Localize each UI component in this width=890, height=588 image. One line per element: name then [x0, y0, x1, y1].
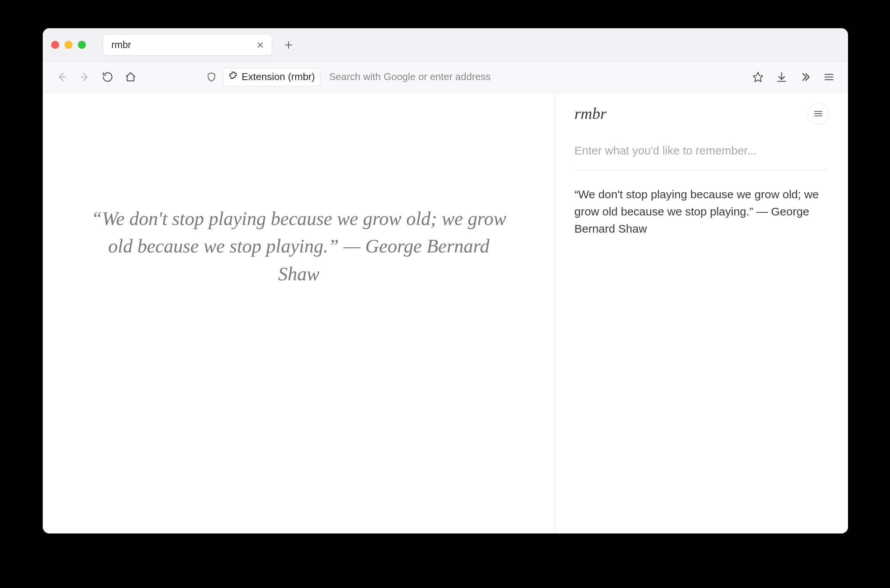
- address-bar-area: Extension (rmbr): [204, 68, 740, 86]
- address-input[interactable]: [324, 68, 740, 86]
- home-button[interactable]: [121, 68, 140, 86]
- extension-label: Extension (rmbr): [242, 71, 315, 83]
- browser-tab[interactable]: rmbr: [103, 34, 272, 56]
- toolbar: Extension (rmbr): [43, 62, 848, 92]
- browser-window: rmbr: [43, 28, 848, 533]
- tab-title: rmbr: [111, 39, 255, 50]
- back-button[interactable]: [53, 68, 71, 86]
- note-item[interactable]: “We don't stop playing because we grow o…: [574, 170, 829, 237]
- overflow-button[interactable]: [796, 68, 814, 86]
- window-controls: [51, 41, 86, 49]
- bookmark-button[interactable]: [749, 68, 767, 86]
- remember-input[interactable]: [574, 140, 829, 170]
- close-window-button[interactable]: [51, 41, 59, 49]
- panel-menu-button[interactable]: [808, 103, 829, 124]
- toolbar-right: [749, 68, 838, 86]
- panel-header: rmbr: [574, 103, 829, 124]
- reload-button[interactable]: [98, 68, 117, 86]
- main-quote-text: “We don't stop playing because we grow o…: [89, 205, 509, 288]
- minimize-window-button[interactable]: [64, 41, 73, 49]
- panel-title: rmbr: [574, 104, 606, 123]
- tab-bar: rmbr: [43, 28, 848, 62]
- forward-button[interactable]: [76, 68, 94, 86]
- app-menu-button[interactable]: [820, 68, 838, 86]
- page-main: “We don't stop playing because we grow o…: [43, 92, 555, 533]
- maximize-window-button[interactable]: [78, 41, 86, 49]
- downloads-button[interactable]: [772, 68, 791, 86]
- close-tab-button[interactable]: [255, 40, 266, 50]
- extension-icon: [229, 71, 238, 83]
- new-tab-button[interactable]: [281, 37, 297, 53]
- extension-chip[interactable]: Extension (rmbr): [223, 68, 321, 86]
- content-area: “We don't stop playing because we grow o…: [43, 92, 848, 533]
- rmbr-side-panel: rmbr “We don't stop playing because we g…: [555, 92, 848, 533]
- svg-marker-6: [753, 72, 763, 82]
- shield-icon[interactable]: [204, 69, 219, 85]
